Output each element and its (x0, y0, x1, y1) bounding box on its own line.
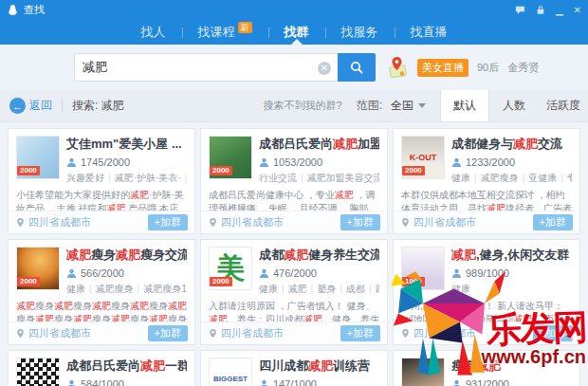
person-icon (259, 157, 269, 168)
group-tags: 健康 (451, 283, 572, 296)
join-group-button[interactable]: +加群 (340, 214, 380, 230)
group-tag[interactable]: 行业交流 (259, 173, 297, 183)
clear-search-icon[interactable]: ✕ (318, 62, 331, 75)
group-tag[interactable]: 减肥 (278, 284, 307, 294)
caret-down-icon[interactable] (418, 103, 426, 108)
group-location[interactable]: 四川省成都市 (221, 215, 284, 230)
group-card[interactable]: 1000 减肥,健身,休闲交友群 989/1000 健康 休闲,减肥,健身,交友… (393, 239, 580, 345)
cant-find-group-link[interactable]: 搜索不到我的群? (264, 99, 342, 113)
capacity-badge: 2000 (210, 277, 232, 286)
group-tags: 行业交流减肥加盟美容交流减... (259, 172, 379, 185)
members-count: 1053/2000 (273, 156, 322, 168)
group-title[interactable]: 成都吕氏爱尚减肥一群 (66, 358, 187, 375)
group-card[interactable]: 瘦身减肥 931/2000 +加群 (393, 350, 580, 386)
group-tag[interactable]: 减肥瘦身 (470, 173, 519, 183)
group-tag[interactable]: 减肥加盟美容交流 (297, 173, 379, 183)
group-title[interactable]: 成都吕氏爱尚减肥加盟 (259, 136, 379, 153)
group-tag[interactable]: 健康 (451, 284, 470, 294)
sort-tab[interactable]: 人数 (489, 90, 539, 121)
group-card[interactable]: 成都吕氏爱尚减肥一群 584/1000 +加群 (8, 350, 195, 386)
group-results-grid: 2000 艾佳mm"爱美小屋 ... 1745/2000 兴趣爱好减肥·护肤·美… (0, 122, 588, 386)
main-tab[interactable]: 找服务 (325, 20, 395, 45)
group-avatar (401, 358, 445, 386)
group-title[interactable]: 四川成都减肥训练营 (259, 358, 379, 375)
join-group-button[interactable]: +加群 (533, 214, 573, 230)
group-location[interactable]: 四川省成都市 (413, 215, 476, 230)
main-tab-label: 找人 (141, 24, 166, 41)
group-title[interactable]: 瘦身减肥 (451, 358, 572, 375)
join-group-button[interactable]: +加群 (340, 325, 380, 341)
group-tag[interactable]: 健康 (66, 284, 85, 294)
lock-icon[interactable] (536, 5, 545, 15)
group-tag[interactable]: 亚健康 (519, 173, 558, 183)
group-card[interactable]: K-OUT 2000 成都健身与减肥交流 1233/2000 健康减肥瘦身亚健康… (393, 128, 580, 234)
hot-keyword-link[interactable]: 90后 (477, 61, 499, 75)
person-icon (451, 157, 462, 168)
location-pin-icon (15, 217, 26, 228)
group-tag[interactable]: 减肥瘦身 (85, 284, 134, 294)
map-pin-icon[interactable] (386, 56, 409, 79)
group-tag[interactable]: 塑身 (307, 284, 337, 294)
group-tag[interactable]: 减肥瘦身1 (134, 284, 187, 294)
group-tag[interactable]: 成都 (336, 284, 365, 294)
main-tab-label: 找直播 (411, 24, 448, 41)
group-title[interactable]: 成都减肥健身养生交流 (259, 247, 379, 264)
sort-tab[interactable]: 默认 (440, 90, 489, 121)
avatar-label: K-OUT (410, 154, 437, 162)
group-tag[interactable]: 健康 (259, 284, 278, 294)
search-input-wrap: ✕ (74, 53, 338, 82)
join-group-button[interactable]: +加群 (148, 325, 188, 341)
group-location[interactable]: 四川省成都市 (28, 326, 91, 340)
group-tags: 兴趣爱好减肥·护肤·美衣·祛痘... (66, 172, 187, 185)
group-location[interactable]: 四川省成都市 (28, 215, 91, 230)
sort-tab[interactable]: 活跃度 (539, 90, 588, 121)
main-tab[interactable]: 找人 (125, 20, 182, 45)
back-button[interactable]: ← 返回 (9, 98, 52, 114)
person-icon (451, 379, 462, 386)
back-arrow-icon: ← (9, 98, 26, 114)
group-tag[interactable]: 兴趣爱好 (66, 173, 104, 183)
members-count: 1233/2000 (466, 156, 515, 168)
scope-dropdown[interactable]: 全国 (391, 98, 413, 114)
group-card[interactable]: BIGGEST 四川成都减肥训练营 147/1000 +加群 (200, 350, 388, 386)
capacity-badge: 1000 (402, 277, 425, 286)
group-avatar: 1000 (401, 247, 445, 290)
chat-bubble-icon[interactable] (515, 5, 525, 15)
group-card[interactable]: 2000 成都吕氏爱尚减肥加盟 1053/2000 行业交流减肥加盟美容交流减.… (200, 128, 388, 234)
group-tag[interactable]: 四川... (365, 284, 379, 294)
group-title[interactable]: 艾佳mm"爱美小屋 ... (66, 136, 187, 153)
group-tag[interactable]: 健康 (451, 173, 470, 183)
hot-keyword-badge[interactable]: 美女直播 (417, 59, 469, 77)
close-button[interactable]: ✕ (574, 6, 581, 15)
search-button[interactable] (338, 53, 376, 82)
window-title: 查找 (24, 3, 45, 17)
main-tab[interactable]: 找群 (268, 20, 325, 45)
main-tab[interactable]: 找直播 (395, 20, 464, 45)
group-card[interactable]: 2000 减肥瘦身减肥瘦身交流 566/2000 健康减肥瘦身减肥瘦身1减...… (8, 239, 195, 345)
search-input[interactable] (75, 54, 338, 81)
group-avatar: K-OUT 2000 (401, 136, 445, 179)
group-tag[interactable]: 专业... (557, 173, 572, 183)
group-tag[interactable]: 减肥·护肤·美衣· (104, 173, 181, 183)
group-avatar: 2000 (16, 247, 60, 290)
group-title[interactable]: 减肥瘦身减肥瘦身交流 (66, 247, 187, 264)
join-group-button[interactable]: +加群 (148, 214, 188, 230)
group-title[interactable]: 减肥,健身,休闲交友群 (451, 247, 572, 264)
titlebar: 查找 ▁ ✕ (0, 0, 588, 20)
group-card[interactable]: 2000 艾佳mm"爱美小屋 ... 1745/2000 兴趣爱好减肥·护肤·美… (8, 128, 195, 234)
members-count: 566/2000 (81, 267, 124, 279)
main-tab[interactable]: 找课程新 (182, 20, 268, 45)
group-card[interactable]: 美 2000 成都减肥健身养生交流 476/2000 健康减肥塑身成都四川...… (200, 239, 388, 345)
minimize-button[interactable]: ▁ (556, 6, 563, 15)
group-avatar: 美 2000 (209, 247, 252, 290)
group-location[interactable]: 四川省成都市 (413, 326, 476, 340)
group-title[interactable]: 成都健身与减肥交流 (451, 136, 572, 153)
person-icon (451, 268, 462, 279)
group-avatar: 2000 (16, 136, 60, 179)
join-group-button[interactable]: +加群 (533, 325, 573, 341)
group-location[interactable]: 四川省成都市 (221, 326, 284, 340)
group-tag[interactable]: 祛痘... (181, 173, 187, 183)
hot-keyword-link[interactable]: 金秀贤 (507, 61, 539, 75)
group-avatar (16, 358, 60, 386)
search-term-label: 搜索: 减肥 (72, 98, 124, 114)
